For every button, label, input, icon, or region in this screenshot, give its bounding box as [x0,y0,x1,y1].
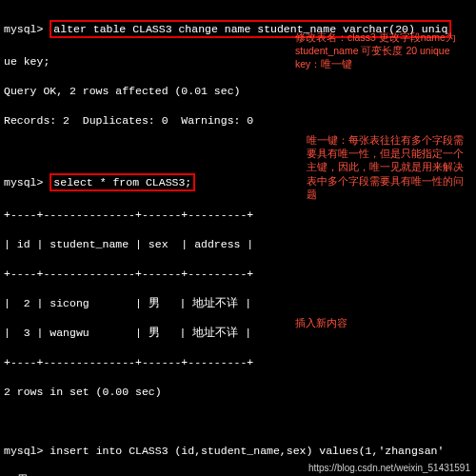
table-border: +----+--------------+------+---------+ [4,208,472,223]
cmd-select[interactable]: select * from CLASS3; [50,173,195,192]
table-row: | 3 | wangwu | 男 | 地址不详 | [4,326,472,341]
result-text: Records: 2 Duplicates: 0 Warnings: 0 [4,113,472,129]
prompt: mysql> [4,23,43,35]
table-header: | id | student_name | sex | address | [4,237,472,252]
terminal: mysql> alter table CLASS3 change name st… [0,0,476,476]
prompt: mysql> [4,176,43,188]
prompt: mysql> [4,445,43,457]
annotation-alter: 修改表名：class3 更改字段name为student_name 可变长度 2… [295,30,457,71]
result-text: 2 rows in set (0.00 sec) [4,385,472,400]
watermark: https://blog.csdn.net/weixin_51431591 [308,462,470,475]
cmd-insert[interactable]: insert into CLASS3 (id,student_name,sex)… [50,445,444,457]
annotation-insert: 插入新内容 [295,316,390,329]
table-border: +----+--------------+------+---------+ [4,267,472,282]
table-border: +----+--------------+------+---------+ [4,355,472,370]
table-row: | 2 | sicong | 男 | 地址不详 | [4,296,472,311]
annotation-unique-key: 唯一键：每张表往往有多个字段需要具有唯一性，但是只能指定一个主键，因此，唯一见就… [307,133,468,201]
cmd-alter-cont: ue key; [4,55,50,68]
result-text: Query OK, 2 rows affected (0.01 sec) [4,84,472,99]
